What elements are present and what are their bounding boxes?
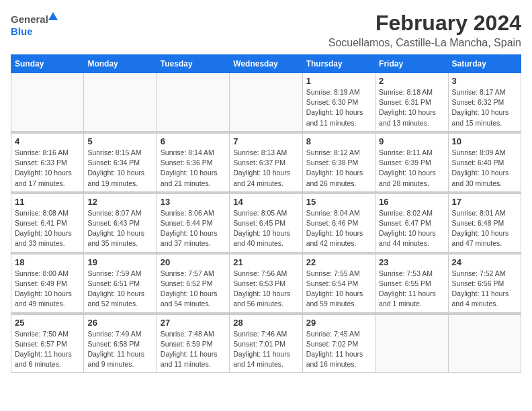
day-number: 24: [452, 257, 517, 267]
day-info: Sunrise: 8:11 AMSunset: 6:39 PMDaylight:…: [379, 148, 444, 189]
calendar-cell: 27Sunrise: 7:48 AMSunset: 6:59 PMDayligh…: [157, 314, 229, 373]
title-block: February 2024 Socuellamos, Castille-La M…: [328, 11, 521, 49]
calendar-cell: 14Sunrise: 8:05 AMSunset: 6:45 PMDayligh…: [230, 193, 302, 252]
day-info: Sunrise: 8:16 AMSunset: 6:33 PMDaylight:…: [15, 148, 80, 189]
day-info: Sunrise: 8:04 AMSunset: 6:46 PMDaylight:…: [306, 208, 371, 249]
weekday-header-friday: Friday: [375, 55, 448, 73]
day-info: Sunrise: 7:48 AMSunset: 6:59 PMDaylight:…: [161, 329, 226, 370]
day-info: Sunrise: 7:45 AMSunset: 7:02 PMDaylight:…: [306, 329, 371, 370]
calendar-cell: 2Sunrise: 8:18 AMSunset: 6:31 PMDaylight…: [375, 73, 448, 132]
week-row-3: 11Sunrise: 8:08 AMSunset: 6:41 PMDayligh…: [11, 193, 521, 252]
day-info: Sunrise: 8:17 AMSunset: 6:32 PMDaylight:…: [452, 87, 517, 128]
week-row-1: 1Sunrise: 8:19 AMSunset: 6:30 PMDaylight…: [11, 73, 521, 132]
calendar-cell: 10Sunrise: 8:09 AMSunset: 6:40 PMDayligh…: [448, 133, 521, 191]
day-number: 6: [161, 136, 226, 146]
weekday-header-monday: Monday: [84, 55, 157, 73]
day-info: Sunrise: 7:52 AMSunset: 6:56 PMDaylight:…: [452, 269, 517, 310]
calendar-cell: 12Sunrise: 8:07 AMSunset: 6:43 PMDayligh…: [84, 193, 157, 252]
day-number: 2: [379, 76, 444, 86]
calendar-cell: 18Sunrise: 8:00 AMSunset: 6:49 PMDayligh…: [11, 254, 84, 312]
day-number: 23: [379, 257, 444, 267]
day-number: 7: [233, 136, 298, 146]
day-number: 18: [15, 257, 80, 267]
day-number: 26: [87, 318, 152, 328]
calendar-cell: 16Sunrise: 8:02 AMSunset: 6:47 PMDayligh…: [375, 193, 448, 252]
calendar-cell: [230, 73, 302, 132]
calendar-cell: 11Sunrise: 8:08 AMSunset: 6:41 PMDayligh…: [11, 193, 84, 252]
calendar-cell: 23Sunrise: 7:53 AMSunset: 6:55 PMDayligh…: [375, 254, 448, 312]
calendar-cell: 9Sunrise: 8:11 AMSunset: 6:39 PMDaylight…: [375, 133, 448, 191]
day-number: 20: [161, 257, 226, 267]
day-number: 14: [233, 197, 298, 207]
weekday-header-saturday: Saturday: [448, 55, 521, 73]
day-number: 5: [87, 136, 152, 146]
calendar-cell: 29Sunrise: 7:45 AMSunset: 7:02 PMDayligh…: [302, 314, 375, 373]
day-number: 15: [306, 197, 371, 207]
calendar-cell: 5Sunrise: 8:15 AMSunset: 6:34 PMDaylight…: [84, 133, 157, 191]
day-info: Sunrise: 8:06 AMSunset: 6:44 PMDaylight:…: [161, 208, 226, 249]
day-info: Sunrise: 8:15 AMSunset: 6:34 PMDaylight:…: [87, 148, 152, 189]
day-number: 8: [306, 136, 371, 146]
calendar-cell: 26Sunrise: 7:49 AMSunset: 6:58 PMDayligh…: [84, 314, 157, 373]
calendar-cell: [448, 314, 521, 373]
logo-svg: General Blue: [11, 11, 58, 39]
week-row-4: 18Sunrise: 8:00 AMSunset: 6:49 PMDayligh…: [11, 254, 521, 312]
week-row-5: 25Sunrise: 7:50 AMSunset: 6:57 PMDayligh…: [11, 314, 521, 373]
day-number: 11: [15, 197, 80, 207]
calendar-cell: 8Sunrise: 8:12 AMSunset: 6:38 PMDaylight…: [302, 133, 375, 191]
day-number: 27: [161, 318, 226, 328]
svg-marker-2: [48, 12, 58, 20]
day-number: 4: [15, 136, 80, 146]
calendar-table: SundayMondayTuesdayWednesdayThursdayFrid…: [11, 54, 521, 373]
calendar-cell: 17Sunrise: 8:01 AMSunset: 6:48 PMDayligh…: [448, 193, 521, 252]
day-info: Sunrise: 8:18 AMSunset: 6:31 PMDaylight:…: [379, 87, 444, 128]
day-number: 19: [87, 257, 152, 267]
day-info: Sunrise: 7:59 AMSunset: 6:51 PMDaylight:…: [87, 269, 152, 310]
day-info: Sunrise: 7:46 AMSunset: 7:01 PMDaylight:…: [233, 329, 298, 370]
day-number: 10: [452, 136, 517, 146]
location-title: Socuellamos, Castille-La Mancha, Spain: [328, 37, 521, 49]
weekday-header-tuesday: Tuesday: [157, 55, 229, 73]
day-number: 25: [15, 318, 80, 328]
page-header: General Blue February 2024 Socuellamos, …: [11, 11, 521, 49]
day-info: Sunrise: 8:01 AMSunset: 6:48 PMDaylight:…: [452, 208, 517, 249]
calendar-cell: 1Sunrise: 8:19 AMSunset: 6:30 PMDaylight…: [302, 73, 375, 132]
day-info: Sunrise: 7:56 AMSunset: 6:53 PMDaylight:…: [233, 269, 298, 310]
day-info: Sunrise: 8:08 AMSunset: 6:41 PMDaylight:…: [15, 208, 80, 249]
day-info: Sunrise: 7:57 AMSunset: 6:52 PMDaylight:…: [161, 269, 226, 310]
day-number: 9: [379, 136, 444, 146]
day-number: 17: [452, 197, 517, 207]
day-number: 16: [379, 197, 444, 207]
day-number: 28: [233, 318, 298, 328]
month-title: February 2024: [328, 11, 521, 36]
day-number: 22: [306, 257, 371, 267]
day-info: Sunrise: 8:05 AMSunset: 6:45 PMDaylight:…: [233, 208, 298, 249]
day-number: 29: [306, 318, 371, 328]
calendar-cell: 13Sunrise: 8:06 AMSunset: 6:44 PMDayligh…: [157, 193, 229, 252]
svg-text:General: General: [11, 13, 48, 25]
calendar-cell: 7Sunrise: 8:13 AMSunset: 6:37 PMDaylight…: [230, 133, 302, 191]
day-info: Sunrise: 7:50 AMSunset: 6:57 PMDaylight:…: [15, 329, 80, 370]
day-info: Sunrise: 8:12 AMSunset: 6:38 PMDaylight:…: [306, 148, 371, 189]
day-number: 12: [87, 197, 152, 207]
day-info: Sunrise: 8:07 AMSunset: 6:43 PMDaylight:…: [87, 208, 152, 249]
calendar-cell: 25Sunrise: 7:50 AMSunset: 6:57 PMDayligh…: [11, 314, 84, 373]
calendar-cell: 15Sunrise: 8:04 AMSunset: 6:46 PMDayligh…: [302, 193, 375, 252]
day-number: 3: [452, 76, 517, 86]
calendar-cell: 21Sunrise: 7:56 AMSunset: 6:53 PMDayligh…: [230, 254, 302, 312]
calendar-cell: 4Sunrise: 8:16 AMSunset: 6:33 PMDaylight…: [11, 133, 84, 191]
day-info: Sunrise: 8:00 AMSunset: 6:49 PMDaylight:…: [15, 269, 80, 310]
day-info: Sunrise: 8:19 AMSunset: 6:30 PMDaylight:…: [306, 87, 371, 128]
calendar-cell: 22Sunrise: 7:55 AMSunset: 6:54 PMDayligh…: [302, 254, 375, 312]
day-info: Sunrise: 8:14 AMSunset: 6:36 PMDaylight:…: [161, 148, 226, 189]
calendar-cell: 28Sunrise: 7:46 AMSunset: 7:01 PMDayligh…: [230, 314, 302, 373]
day-info: Sunrise: 7:55 AMSunset: 6:54 PMDaylight:…: [306, 269, 371, 310]
weekday-header-wednesday: Wednesday: [230, 55, 302, 73]
day-info: Sunrise: 8:02 AMSunset: 6:47 PMDaylight:…: [379, 208, 444, 249]
calendar-cell: [11, 73, 84, 132]
day-number: 21: [233, 257, 298, 267]
weekday-header-row: SundayMondayTuesdayWednesdayThursdayFrid…: [11, 55, 521, 73]
calendar-cell: [157, 73, 229, 132]
svg-text:Blue: Blue: [11, 26, 33, 37]
weekday-header-thursday: Thursday: [302, 55, 375, 73]
